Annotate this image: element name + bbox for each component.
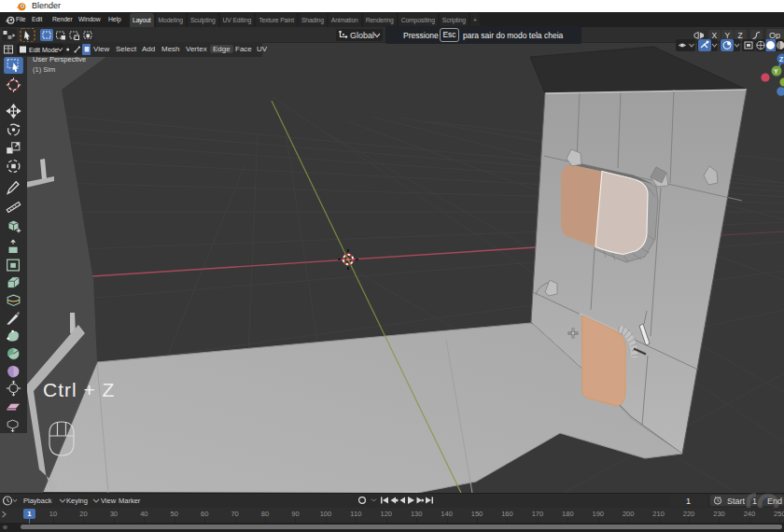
- svg-text:Y: Y: [774, 68, 778, 75]
- svg-text:Edit Mode: Edit Mode: [29, 47, 59, 53]
- svg-text:(1) Sim: (1) Sim: [33, 65, 55, 74]
- svg-text:Z: Z: [779, 56, 784, 63]
- svg-text:Ctrl + Z: Ctrl + Z: [43, 379, 115, 400]
